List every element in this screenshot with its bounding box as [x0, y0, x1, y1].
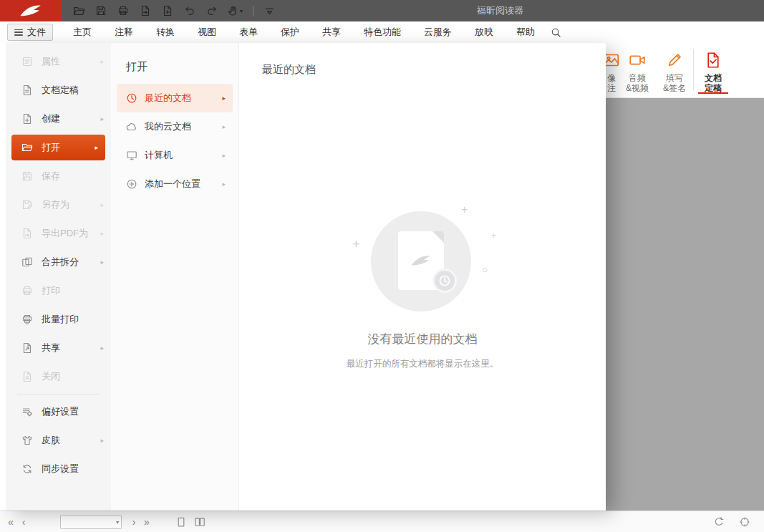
ribbon-group-label: 填写	[656, 73, 693, 83]
file-menu-item-open[interactable]: 打开 ▸	[11, 135, 105, 160]
page-dropdown-caret-icon[interactable]: ▾	[116, 519, 119, 526]
marquee-zoom-icon[interactable]	[737, 516, 753, 528]
search-icon[interactable]	[551, 27, 561, 38]
file-menu-item-print[interactable]: 打印	[6, 276, 111, 305]
open-item-recent-documents[interactable]: 最近的文档 ▸	[117, 84, 233, 112]
open-item-computer[interactable]: 计算机 ▸	[117, 141, 233, 170]
preferences-icon	[21, 406, 33, 417]
file-menu-item-preferences[interactable]: 偏好设置	[6, 397, 111, 426]
item-label: 打印	[42, 284, 60, 297]
ribbon-group-label: 音频	[619, 73, 656, 83]
add-place-icon	[126, 178, 137, 190]
cloud-icon	[126, 121, 137, 132]
create-icon	[21, 113, 33, 125]
print-button[interactable]	[116, 3, 130, 19]
open-file-button[interactable]	[72, 3, 86, 19]
item-label: 皮肤	[42, 434, 60, 447]
item-label: 保存	[42, 170, 60, 183]
caret-down-icon: ▾	[240, 8, 243, 14]
ribbon-group-doc-finalize[interactable]: 文档 定稿	[695, 51, 732, 93]
app-logo[interactable]	[0, 0, 61, 21]
file-menu-item-doc-finalize[interactable]: 文档定稿	[6, 76, 111, 105]
active-group-underline	[698, 92, 728, 94]
redo-button[interactable]	[205, 3, 219, 19]
page-number-input[interactable]	[64, 516, 111, 528]
menu-tab-comment[interactable]: 注释	[103, 21, 145, 43]
menu-tab-help[interactable]: 帮助	[505, 21, 546, 43]
last-page-button[interactable]: »	[140, 516, 153, 528]
combine-split-icon	[21, 256, 33, 268]
decoration-plus: +	[352, 236, 360, 252]
doc-finalize-icon	[704, 51, 722, 69]
file-menu-item-export-pdf[interactable]: 导出PDF为 ▸	[6, 219, 111, 248]
menu-tab-home[interactable]: 主页	[62, 21, 103, 43]
file-menu-item-properties[interactable]: 属性 ▸	[6, 47, 111, 76]
file-menu-item-save-as[interactable]: 另存为 ▸	[6, 190, 111, 219]
first-page-button[interactable]: «	[4, 516, 17, 528]
skin-icon	[21, 435, 33, 446]
undo-button[interactable]	[183, 3, 197, 19]
menu-tab-special-features[interactable]: 特色功能	[352, 21, 412, 43]
empty-subtitle: 最近打开的所有文档都将显示在这里。	[239, 358, 606, 370]
open-item-add-a-place[interactable]: 添加一个位置 ▸	[117, 170, 233, 198]
submenu-arrow-icon: ▸	[100, 437, 104, 444]
hamburger-icon	[14, 29, 23, 36]
submenu-arrow-icon: ▸	[222, 152, 226, 159]
submenu-arrow-icon: ▸	[100, 201, 104, 208]
item-label: 批量打印	[42, 313, 79, 326]
share-icon	[21, 342, 33, 354]
print-icon	[21, 285, 33, 296]
open-item-my-cloud-documents[interactable]: 我的云文档 ▸	[117, 112, 233, 141]
file-menu-item-batch-print[interactable]: 批量打印	[6, 305, 111, 334]
item-label: 我的云文档	[145, 120, 191, 133]
menu-bar: 文件 主页 注释 转换 视图 表单 保护 共享 特色功能 云服务 放映 帮助	[0, 21, 764, 43]
decoration-plus: +	[491, 231, 496, 241]
file-menu-item-sync-settings[interactable]: 同步设置	[6, 455, 111, 483]
submenu-arrow-icon: ▸	[100, 58, 104, 65]
open-submenu-panel: 打开 最近的文档 ▸ 我的云文档 ▸ 计算机 ▸ 添加一个位置 ▸	[111, 43, 239, 511]
rotate-view-icon[interactable]	[711, 516, 727, 528]
open-folder-icon	[73, 5, 85, 17]
ribbon-group-label: 文档	[695, 73, 732, 83]
menu-tab-convert[interactable]: 转换	[145, 21, 186, 43]
undo-icon	[184, 5, 195, 16]
single-page-view-icon[interactable]	[173, 516, 189, 528]
menu-tab-cloud-service[interactable]: 云服务	[412, 21, 463, 43]
menu-tab-view[interactable]: 视图	[186, 21, 228, 43]
file-menu-item-share[interactable]: 共享 ▸	[6, 334, 111, 362]
facing-page-view-icon[interactable]	[192, 516, 208, 528]
prev-page-button[interactable]: ‹	[17, 516, 30, 528]
submenu-arrow-icon: ▸	[222, 180, 226, 188]
customize-quick-access-icon	[263, 5, 276, 17]
save-button[interactable]	[94, 3, 108, 19]
item-label: 导出PDF为	[42, 227, 88, 240]
item-label: 文档定稿	[42, 84, 79, 97]
create-document-button[interactable]	[160, 3, 175, 19]
printer-icon	[117, 5, 129, 16]
sync-settings-icon	[21, 463, 33, 475]
app-title: 福昕阅读器	[477, 0, 523, 21]
item-label: 属性	[42, 55, 60, 68]
file-menu-button[interactable]: 文件	[7, 24, 53, 41]
submenu-arrow-icon: ▸	[222, 95, 226, 102]
menu-tab-protect[interactable]: 保护	[269, 21, 311, 43]
hand-tool-button[interactable]: ▾	[227, 3, 243, 19]
file-menu-item-close[interactable]: 关闭	[6, 362, 111, 391]
file-menu-item-skin[interactable]: 皮肤 ▸	[6, 426, 111, 455]
menu-tab-present[interactable]: 放映	[463, 21, 505, 43]
menu-tab-form[interactable]: 表单	[228, 21, 269, 43]
next-page-button[interactable]: ›	[127, 516, 140, 528]
file-menu-item-combine-split[interactable]: 合并拆分 ▸	[6, 248, 111, 276]
save-icon	[21, 170, 33, 182]
ribbon-group-fill-sign[interactable]: 填写 &签名	[656, 51, 693, 93]
export-document-button[interactable]	[138, 3, 153, 19]
file-menu-item-create[interactable]: 创建 ▸	[6, 105, 111, 133]
menu-tab-share[interactable]: 共享	[311, 21, 352, 43]
file-menu-sidebar: 属性 ▸ 文档定稿 创建 ▸ 打开 ▸ 保存	[0, 43, 111, 511]
customize-quick-access-button[interactable]	[262, 3, 276, 19]
fill-sign-icon	[665, 51, 684, 69]
item-label: 打开	[42, 141, 60, 154]
submenu-arrow-icon: ▸	[100, 115, 104, 122]
ribbon-group-audio-video[interactable]: 音频 &视频	[619, 51, 656, 93]
file-menu-item-save[interactable]: 保存	[6, 162, 111, 190]
